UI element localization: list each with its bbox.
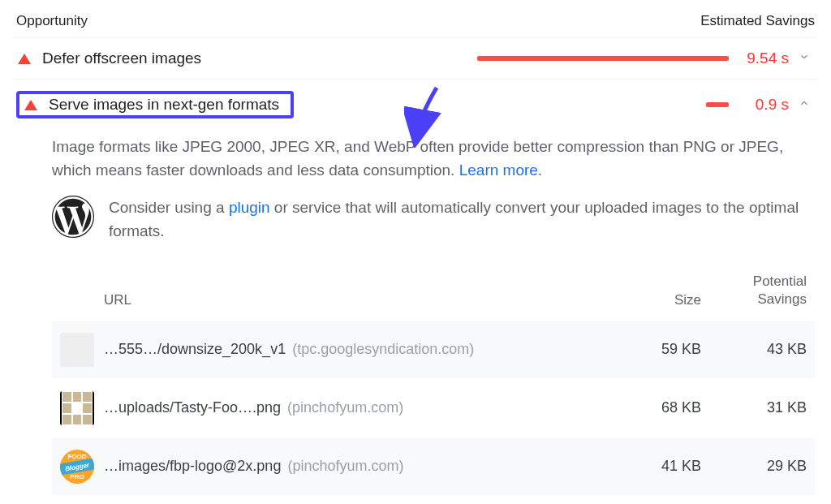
url-cell[interactable]: …555…/downsize_200k_v1 (tpc.googlesyndic… bbox=[104, 341, 612, 358]
plugin-link[interactable]: plugin bbox=[229, 199, 270, 216]
url-host: (tpc.googlesyndication.com) bbox=[292, 341, 474, 358]
savings-cell: 43 KB bbox=[701, 341, 807, 358]
description-text: Image formats like JPEG 2000, JPEG XR, a… bbox=[52, 138, 783, 179]
opportunity-detail-panel: Image formats like JPEG 2000, JPEG XR, a… bbox=[15, 130, 816, 498]
size-cell: 59 KB bbox=[612, 341, 701, 358]
warning-triangle-icon bbox=[24, 100, 37, 110]
savings-bar bbox=[477, 56, 729, 61]
opportunity-title: Defer offscreen images bbox=[42, 50, 201, 67]
table-row: …uploads/Tasty-Foo….png (pinchofyum.com)… bbox=[52, 380, 815, 437]
savings-cell: 29 KB bbox=[701, 458, 807, 475]
image-thumbnail bbox=[60, 391, 94, 425]
savings-column-header: Estimated Savings bbox=[700, 13, 815, 29]
image-thumbnail bbox=[60, 333, 94, 367]
opportunity-description: Image formats like JPEG 2000, JPEG XR, a… bbox=[52, 135, 815, 183]
chevron-down-icon[interactable] bbox=[797, 50, 812, 67]
table-row: FOOD Blogger PRO …images/fbp-logo@2x.png… bbox=[52, 438, 815, 495]
savings-value: 9.54 s bbox=[740, 50, 789, 67]
size-cell: 41 KB bbox=[612, 458, 701, 475]
chevron-up-icon[interactable] bbox=[797, 97, 812, 113]
wordpress-icon bbox=[52, 196, 94, 238]
savings-cell: 31 KB bbox=[701, 399, 807, 416]
stack-pack-text: Consider using a plugin or service that … bbox=[109, 196, 815, 243]
opportunity-column-header: Opportunity bbox=[16, 13, 88, 29]
savings-table: URL Size Potential Savings …555…/downsiz… bbox=[52, 268, 815, 495]
table-row: …555…/downsize_200k_v1 (tpc.googlesyndic… bbox=[52, 321, 815, 378]
potential-savings-header: Potential Savings bbox=[701, 273, 807, 308]
size-header: Size bbox=[612, 292, 701, 308]
opportunity-row-nextgen-formats[interactable]: Serve images in next-gen formats 0.9 s bbox=[15, 79, 816, 130]
savings-value: 0.9 s bbox=[740, 96, 789, 114]
url-host: (pinchofyum.com) bbox=[287, 399, 403, 416]
savings-bar bbox=[477, 102, 729, 107]
url-path: …555…/downsize_200k_v1 bbox=[104, 341, 286, 358]
url-host: (pinchofyum.com) bbox=[287, 458, 403, 475]
highlight-annotation: Serve images in next-gen formats bbox=[16, 91, 294, 118]
url-path: …uploads/Tasty-Foo….png bbox=[104, 399, 281, 416]
size-cell: 68 KB bbox=[612, 399, 701, 416]
opportunity-title: Serve images in next-gen formats bbox=[49, 96, 279, 114]
url-header: URL bbox=[104, 292, 612, 308]
image-thumbnail: FOOD Blogger PRO bbox=[60, 450, 94, 484]
warning-triangle-icon bbox=[18, 54, 31, 64]
url-cell[interactable]: …images/fbp-logo@2x.png (pinchofyum.com) bbox=[104, 458, 612, 475]
table-header-row: Opportunity Estimated Savings bbox=[15, 10, 816, 37]
table-header: URL Size Potential Savings bbox=[52, 268, 815, 320]
stack-pack-wordpress: Consider using a plugin or service that … bbox=[52, 196, 815, 243]
url-cell[interactable]: …uploads/Tasty-Foo….png (pinchofyum.com) bbox=[104, 399, 612, 416]
opportunity-row-defer-offscreen[interactable]: Defer offscreen images 9.54 s bbox=[15, 37, 816, 79]
url-path: …images/fbp-logo@2x.png bbox=[104, 458, 281, 475]
learn-more-link[interactable]: Learn more bbox=[459, 162, 538, 179]
